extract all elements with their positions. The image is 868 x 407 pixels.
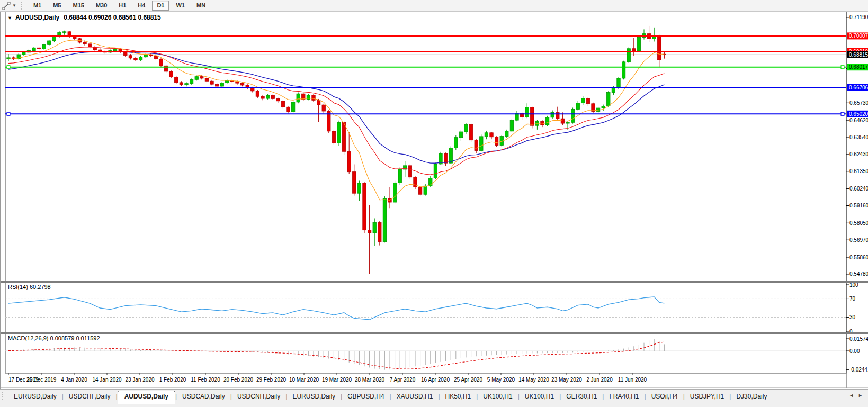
chart-ohlc-values: 0.68844 0.69026 0.68561 0.68815 — [64, 14, 161, 21]
price-axis-tick-label: 0.54780 — [849, 271, 868, 277]
price-axis-tick-label: 0.65730 — [849, 100, 868, 106]
toolbar-grip[interactable] — [21, 2, 25, 10]
price-line-handle[interactable] — [7, 66, 10, 69]
price-line-label: 0.70007 — [849, 33, 868, 39]
rsi-axis-label: 100 — [849, 282, 858, 288]
price-axis-tick-label: 0.61350 — [849, 168, 868, 174]
chart-menu-caret-icon[interactable]: ▼ — [7, 15, 12, 21]
date-axis-label: 7 Apr 2020 — [390, 377, 416, 383]
timeframes-toolbar: ▼ M1M5M15M30H1H4D1W1MN — [0, 0, 868, 12]
macd-axis-label: -0.024412 — [849, 367, 868, 373]
macd-signal-value: 0.011592 — [76, 335, 100, 341]
price-line-label: 0.66706 — [849, 85, 868, 91]
date-axis-label: 23 Jan 2020 — [125, 377, 154, 383]
price-axis-tick-label: 0.63540 — [849, 134, 868, 140]
chart-tab-usoil-h4[interactable]: USOil,H4 — [646, 391, 683, 403]
chart-tab-fra40-h1[interactable]: FRA40,H1 — [604, 391, 644, 403]
tabbar-grip[interactable] — [2, 392, 5, 400]
date-axis-label: 14 May 2020 — [518, 377, 549, 383]
timeframe-button-m5[interactable]: M5 — [48, 1, 66, 11]
chart-tab-usdcnh-daily[interactable]: USDCNH,Daily — [232, 391, 285, 403]
date-axis-label: 23 May 2020 — [551, 377, 582, 383]
date-axis-label: 1 Feb 2020 — [159, 377, 186, 383]
price-axis-tick-label: 0.71190 — [849, 14, 868, 20]
rsi-indicator-label: RSI(14) 60.2798 — [8, 284, 51, 290]
chart-tab-eurusd-daily[interactable]: EURUSD,Daily — [287, 391, 341, 403]
chart-tab-uk100-h1[interactable]: UK100,H1 — [478, 391, 517, 403]
timeframe-button-h1[interactable]: H1 — [114, 1, 131, 11]
chart-plot[interactable]: 0.711900.679200.657300.646200.635400.624… — [1, 11, 868, 389]
tab-scroll-right-icon[interactable]: ► — [858, 393, 863, 398]
date-axis-label: 20 Feb 2020 — [223, 377, 254, 383]
macd-indicator-label: MACD(12,26,9) 0.008579 0.011592 — [8, 335, 100, 341]
price-axis-tick-label: 0.58050 — [849, 220, 868, 226]
date-axis-label: 5 May 2020 — [487, 377, 515, 383]
chart-tab-hk50-h1[interactable]: HK50,H1 — [440, 391, 477, 403]
timeframe-button-m1[interactable]: M1 — [29, 1, 46, 11]
price-line-label: 0.65020 — [849, 111, 868, 117]
chart-tab-uk100-h1[interactable]: UK100,H1 — [520, 391, 559, 403]
chart-tab-usdcad-daily[interactable]: USDCAD,Daily — [177, 391, 230, 403]
tab-scroll-left-icon[interactable]: ◄ — [849, 393, 854, 398]
date-axis-label: 10 Mar 2020 — [289, 377, 319, 383]
chart-tab-usdchf-daily[interactable]: USDCHF,Daily — [64, 391, 116, 403]
date-axis-label: 16 Apr 2020 — [421, 377, 450, 383]
timeframe-button-d1[interactable]: D1 — [152, 1, 169, 11]
timeframe-button-mn[interactable]: MN — [192, 1, 210, 11]
tab-scroll-controls: ◄ ► — [846, 390, 868, 398]
price-line-handle[interactable] — [841, 112, 844, 115]
timeframe-button-m15[interactable]: M15 — [68, 1, 88, 11]
date-axis-label: 11 Feb 2020 — [191, 377, 220, 383]
price-line-handle[interactable] — [841, 66, 844, 69]
price-axis-tick-label: 0.56970 — [849, 237, 868, 243]
mt4-application-window: ▼ M1M5M15M30H1H4D1W1MN 0.711900.679200.6… — [0, 0, 868, 407]
chart-tabs-bar: EURUSD,Daily|USDCHF,Daily|AUDUSD,Daily|U… — [0, 389, 868, 407]
date-axis-label: 4 Jan 2020 — [61, 377, 87, 383]
chart-canvas[interactable]: 0.711900.679200.657300.646200.635400.624… — [0, 11, 868, 389]
price-axis-tick-label: 0.55860 — [849, 255, 868, 260]
macd-axis-label: 0.00 — [849, 348, 860, 354]
timeframe-button-h4[interactable]: H4 — [133, 1, 150, 11]
rsi-axis-label: 0 — [849, 329, 853, 334]
chart-tab-gbpusd-h4[interactable]: GBPUSD,H4 — [342, 391, 389, 403]
chart-symbol-period: AUDUSD,Daily — [15, 14, 59, 21]
dropdown-caret-icon[interactable]: ▼ — [12, 3, 16, 8]
price-axis-tick-label: 0.64620 — [849, 117, 868, 123]
macd-name: MACD(12,26,9) — [8, 335, 48, 341]
chart-tab-usdjpy-h1[interactable]: USDJPY,H1 — [685, 391, 729, 403]
chart-tool-button[interactable]: ▼ — [0, 0, 19, 11]
date-axis-label: 26 Dec 2019 — [26, 377, 57, 383]
chart-tabs: EURUSD,Daily|USDCHF,Daily|AUDUSD,Daily|U… — [8, 390, 846, 404]
macd-axis-label: 0.015741 — [849, 336, 868, 342]
timeframe-buttons: M1M5M15M30H1H4D1W1MN — [28, 1, 211, 11]
price-axis-tick-label: 0.62430 — [849, 151, 868, 157]
chart-tab-xauusd-h1[interactable]: XAUUSD,H1 — [391, 391, 439, 403]
rsi-current-value: 60.2798 — [30, 284, 51, 290]
price-line-label: 0.68017 — [849, 64, 868, 70]
date-axis-label: 29 Feb 2020 — [256, 377, 287, 383]
chart-tab-audusd-daily[interactable]: AUDUSD,Daily — [118, 391, 175, 404]
date-axis-label: 28 Mar 2020 — [355, 377, 385, 383]
date-axis-label: 19 Mar 2020 — [322, 377, 352, 383]
trendline-tool-icon — [2, 2, 11, 10]
chart-tab-eurusd-daily[interactable]: EURUSD,Daily — [8, 391, 62, 403]
date-axis-label: 11 Jun 2020 — [618, 377, 647, 383]
chart-title: ▼AUDUSD,Daily0.68844 0.69026 0.68561 0.6… — [7, 14, 161, 21]
price-axis-tick-label: 0.59160 — [849, 203, 868, 209]
timeframe-button-w1[interactable]: W1 — [171, 1, 190, 11]
price-axis-tick-label: 0.60240 — [849, 186, 868, 192]
date-axis-label: 2 Jun 2020 — [586, 377, 613, 383]
chart-tab-ger30-h1[interactable]: GER30,H1 — [561, 391, 602, 403]
price-line-handle[interactable] — [7, 112, 10, 115]
date-axis-label: 14 Jan 2020 — [92, 377, 121, 383]
price-line-label: 0.68815 — [849, 52, 868, 58]
rsi-axis-label: 30 — [849, 314, 856, 320]
rsi-name: RSI(14) — [8, 284, 28, 290]
chart-tab-dj30-daily[interactable]: DJ30,Daily — [731, 391, 772, 403]
macd-main-value: 0.008579 — [50, 335, 74, 341]
rsi-axis-label: 70 — [849, 296, 856, 302]
timeframe-button-m30[interactable]: M30 — [91, 1, 112, 11]
date-axis-label: 25 Apr 2020 — [454, 377, 482, 383]
